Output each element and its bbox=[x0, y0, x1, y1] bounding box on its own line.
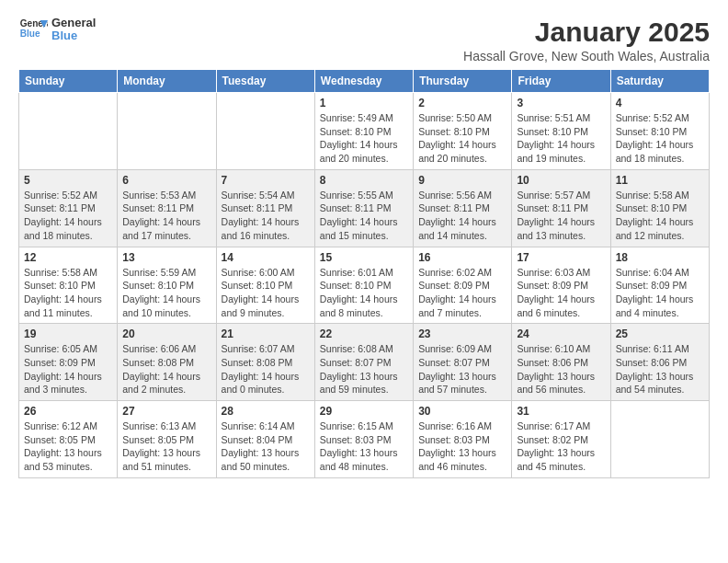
day-info: Sunrise: 6:01 AM Sunset: 8:10 PM Dayligh… bbox=[320, 266, 408, 320]
day-number: 30 bbox=[418, 405, 506, 418]
calendar-cell: 30Sunrise: 6:16 AM Sunset: 8:03 PM Dayli… bbox=[414, 401, 512, 478]
calendar-table: SundayMondayTuesdayWednesdayThursdayFrid… bbox=[18, 69, 710, 478]
day-info: Sunrise: 6:04 AM Sunset: 8:09 PM Dayligh… bbox=[616, 266, 704, 320]
calendar-subtitle: Hassall Grove, New South Wales, Australi… bbox=[463, 49, 710, 63]
calendar-cell: 18Sunrise: 6:04 AM Sunset: 8:09 PM Dayli… bbox=[610, 247, 709, 324]
weekday-header-sunday: Sunday bbox=[19, 70, 118, 93]
day-number: 27 bbox=[122, 405, 210, 418]
calendar-cell: 19Sunrise: 6:05 AM Sunset: 8:09 PM Dayli… bbox=[19, 324, 118, 401]
logo: General Blue General Blue bbox=[18, 17, 96, 43]
day-number: 28 bbox=[222, 405, 310, 418]
calendar-cell: 4Sunrise: 5:52 AM Sunset: 8:10 PM Daylig… bbox=[610, 93, 709, 170]
day-number: 24 bbox=[517, 327, 605, 340]
weekday-header-friday: Friday bbox=[512, 70, 610, 93]
day-number: 1 bbox=[320, 97, 408, 109]
calendar-cell: 2Sunrise: 5:50 AM Sunset: 8:10 PM Daylig… bbox=[414, 93, 512, 170]
day-number: 22 bbox=[320, 327, 408, 340]
weekday-header-row: SundayMondayTuesdayWednesdayThursdayFrid… bbox=[19, 70, 710, 93]
day-info: Sunrise: 5:52 AM Sunset: 8:11 PM Dayligh… bbox=[24, 189, 112, 243]
day-info: Sunrise: 6:16 AM Sunset: 8:03 PM Dayligh… bbox=[418, 419, 506, 474]
calendar-row-0: 1Sunrise: 5:49 AM Sunset: 8:10 PM Daylig… bbox=[19, 93, 710, 170]
day-number: 16 bbox=[418, 251, 506, 264]
day-number: 9 bbox=[418, 174, 506, 187]
day-info: Sunrise: 5:56 AM Sunset: 8:11 PM Dayligh… bbox=[418, 189, 506, 243]
day-info: Sunrise: 5:51 AM Sunset: 8:10 PM Dayligh… bbox=[517, 111, 605, 166]
day-number: 14 bbox=[222, 251, 310, 264]
day-number: 31 bbox=[517, 405, 605, 418]
calendar-cell: 1Sunrise: 5:49 AM Sunset: 8:10 PM Daylig… bbox=[314, 93, 413, 170]
logo-icon: General Blue bbox=[18, 17, 48, 42]
day-info: Sunrise: 6:08 AM Sunset: 8:07 PM Dayligh… bbox=[320, 342, 408, 396]
day-number: 17 bbox=[517, 251, 605, 264]
page: General Blue General Blue January 2025 H… bbox=[0, 0, 728, 563]
day-number: 11 bbox=[616, 174, 704, 187]
calendar-row-1: 5Sunrise: 5:52 AM Sunset: 8:11 PM Daylig… bbox=[19, 169, 710, 247]
calendar-cell: 10Sunrise: 5:57 AM Sunset: 8:11 PM Dayli… bbox=[512, 169, 610, 247]
day-info: Sunrise: 6:03 AM Sunset: 8:09 PM Dayligh… bbox=[517, 266, 605, 320]
calendar-cell: 26Sunrise: 6:12 AM Sunset: 8:05 PM Dayli… bbox=[19, 401, 118, 478]
day-info: Sunrise: 6:00 AM Sunset: 8:10 PM Dayligh… bbox=[222, 266, 310, 320]
calendar-cell bbox=[610, 401, 709, 478]
calendar-cell: 17Sunrise: 6:03 AM Sunset: 8:09 PM Dayli… bbox=[512, 247, 610, 324]
calendar-cell: 9Sunrise: 5:56 AM Sunset: 8:11 PM Daylig… bbox=[414, 169, 512, 247]
day-number: 23 bbox=[418, 327, 506, 340]
day-info: Sunrise: 5:52 AM Sunset: 8:10 PM Dayligh… bbox=[616, 111, 704, 166]
svg-text:Blue: Blue bbox=[20, 29, 40, 40]
calendar-cell: 11Sunrise: 5:58 AM Sunset: 8:10 PM Dayli… bbox=[610, 169, 709, 247]
day-info: Sunrise: 6:15 AM Sunset: 8:03 PM Dayligh… bbox=[320, 419, 408, 474]
day-info: Sunrise: 5:59 AM Sunset: 8:10 PM Dayligh… bbox=[122, 266, 210, 320]
day-info: Sunrise: 6:13 AM Sunset: 8:05 PM Dayligh… bbox=[122, 419, 210, 474]
calendar-cell: 31Sunrise: 6:17 AM Sunset: 8:02 PM Dayli… bbox=[512, 401, 610, 478]
day-number: 6 bbox=[122, 174, 210, 187]
calendar-cell: 8Sunrise: 5:55 AM Sunset: 8:11 PM Daylig… bbox=[314, 169, 413, 247]
day-info: Sunrise: 6:10 AM Sunset: 8:06 PM Dayligh… bbox=[517, 342, 605, 396]
day-number: 7 bbox=[222, 174, 310, 187]
calendar-cell bbox=[118, 93, 216, 170]
day-info: Sunrise: 6:09 AM Sunset: 8:07 PM Dayligh… bbox=[418, 342, 506, 396]
calendar-cell: 25Sunrise: 6:11 AM Sunset: 8:06 PM Dayli… bbox=[610, 324, 709, 401]
calendar-cell: 15Sunrise: 6:01 AM Sunset: 8:10 PM Dayli… bbox=[314, 247, 413, 324]
day-number: 2 bbox=[418, 97, 506, 109]
day-number: 8 bbox=[320, 174, 408, 187]
calendar-cell: 28Sunrise: 6:14 AM Sunset: 8:04 PM Dayli… bbox=[216, 401, 314, 478]
title-block: January 2025 Hassall Grove, New South Wa… bbox=[463, 17, 710, 63]
logo-blue: Blue bbox=[51, 29, 96, 42]
calendar-cell: 21Sunrise: 6:07 AM Sunset: 8:08 PM Dayli… bbox=[216, 324, 314, 401]
day-number: 3 bbox=[517, 97, 605, 109]
header: General Blue General Blue January 2025 H… bbox=[18, 17, 710, 63]
day-info: Sunrise: 6:14 AM Sunset: 8:04 PM Dayligh… bbox=[222, 419, 310, 474]
day-number: 25 bbox=[616, 327, 704, 340]
day-number: 5 bbox=[24, 174, 112, 187]
day-info: Sunrise: 6:05 AM Sunset: 8:09 PM Dayligh… bbox=[24, 342, 112, 396]
calendar-cell: 20Sunrise: 6:06 AM Sunset: 8:08 PM Dayli… bbox=[118, 324, 216, 401]
calendar-cell: 14Sunrise: 6:00 AM Sunset: 8:10 PM Dayli… bbox=[216, 247, 314, 324]
weekday-header-monday: Monday bbox=[118, 70, 216, 93]
day-number: 10 bbox=[517, 174, 605, 187]
day-number: 18 bbox=[616, 251, 704, 264]
day-number: 15 bbox=[320, 251, 408, 264]
weekday-header-saturday: Saturday bbox=[610, 70, 709, 93]
logo-general: General bbox=[51, 17, 96, 29]
day-info: Sunrise: 5:49 AM Sunset: 8:10 PM Dayligh… bbox=[320, 111, 408, 166]
day-number: 12 bbox=[24, 251, 112, 264]
day-number: 20 bbox=[122, 327, 210, 340]
day-number: 19 bbox=[24, 327, 112, 340]
calendar-row-3: 19Sunrise: 6:05 AM Sunset: 8:09 PM Dayli… bbox=[19, 324, 710, 401]
day-info: Sunrise: 5:53 AM Sunset: 8:11 PM Dayligh… bbox=[122, 189, 210, 243]
calendar-cell bbox=[216, 93, 314, 170]
day-info: Sunrise: 5:58 AM Sunset: 8:10 PM Dayligh… bbox=[24, 266, 112, 320]
day-info: Sunrise: 6:07 AM Sunset: 8:08 PM Dayligh… bbox=[222, 342, 310, 396]
day-info: Sunrise: 5:54 AM Sunset: 8:11 PM Dayligh… bbox=[222, 189, 310, 243]
weekday-header-thursday: Thursday bbox=[414, 70, 512, 93]
calendar-cell: 7Sunrise: 5:54 AM Sunset: 8:11 PM Daylig… bbox=[216, 169, 314, 247]
day-number: 21 bbox=[222, 327, 310, 340]
day-info: Sunrise: 6:06 AM Sunset: 8:08 PM Dayligh… bbox=[122, 342, 210, 396]
calendar-cell: 12Sunrise: 5:58 AM Sunset: 8:10 PM Dayli… bbox=[19, 247, 118, 324]
day-info: Sunrise: 6:17 AM Sunset: 8:02 PM Dayligh… bbox=[517, 419, 605, 474]
day-number: 4 bbox=[616, 97, 704, 109]
calendar-cell: 22Sunrise: 6:08 AM Sunset: 8:07 PM Dayli… bbox=[314, 324, 413, 401]
day-info: Sunrise: 5:50 AM Sunset: 8:10 PM Dayligh… bbox=[418, 111, 506, 166]
day-number: 13 bbox=[122, 251, 210, 264]
day-number: 29 bbox=[320, 405, 408, 418]
calendar-cell: 3Sunrise: 5:51 AM Sunset: 8:10 PM Daylig… bbox=[512, 93, 610, 170]
